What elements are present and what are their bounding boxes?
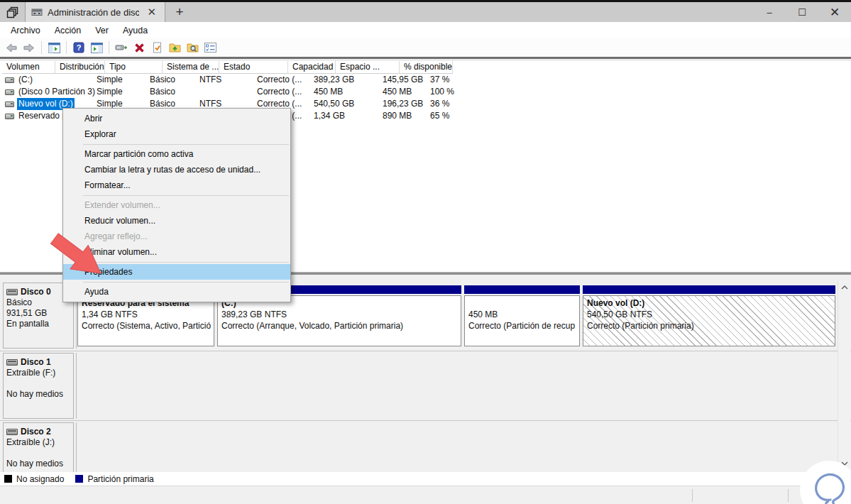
disk-size — [6, 378, 73, 389]
column-header[interactable]: % disponible — [400, 61, 453, 74]
new-tab-button[interactable]: + — [165, 2, 194, 22]
action-pane-icon[interactable] — [89, 40, 104, 55]
context-menu-item[interactable]: Abrir — [63, 111, 290, 126]
disk-row: Disco 1 Extraíble (F:) No hay medios — [0, 353, 851, 419]
status-cell: Correcto (... — [253, 86, 309, 98]
context-menu-item[interactable]: Ayuda — [63, 284, 290, 300]
volume-name-cell: (Disco 0 Partición 3) — [2, 86, 92, 98]
partition-body: Reservado para el sistema 1,34 GB NTFS C… — [77, 295, 214, 346]
partition-block[interactable]: 450 MB Correcto (Partición de recup — [464, 283, 580, 349]
percent-free-cell: 65 % — [426, 110, 490, 122]
disk-header[interactable]: Disco 1 Extraíble (F:) No hay medios — [3, 353, 74, 419]
partition-color-bar — [583, 285, 835, 294]
free-space-cell: 145,95 GB — [378, 74, 426, 86]
partition-block[interactable]: Nuevo vol (D:) 540,50 GB NTFS Correcto (… — [583, 283, 835, 349]
status-bar-divider — [788, 489, 789, 502]
status-bar-divider — [692, 489, 693, 502]
legend-bar: No asignado Partición primaria — [0, 472, 851, 486]
context-menu-item[interactable]: Explorar — [63, 126, 290, 142]
check-page-icon[interactable] — [150, 40, 164, 55]
partition-status: Correcto (Sistema, Activo, Partició — [82, 320, 210, 332]
column-header[interactable]: Sistema de ... — [163, 61, 219, 74]
help-icon[interactable]: ? — [72, 40, 86, 55]
folder-up-icon[interactable] — [168, 40, 182, 55]
rescan-disks-icon[interactable] — [114, 40, 128, 55]
context-menu-item[interactable]: Extender volumen... — [63, 197, 290, 213]
status-cell: Correcto (... — [253, 74, 309, 86]
context-menu-item[interactable] — [63, 142, 290, 146]
toolbar-separator — [109, 41, 109, 54]
toolbar-separator — [41, 41, 42, 54]
graphical-view: Disco 0 Básico 931,51 GB En pantalla R — [0, 275, 851, 472]
disk-name: Disco 0 — [21, 287, 51, 297]
capacity-cell: 389,23 GB — [309, 74, 378, 86]
tab-close-icon[interactable]: ✕ — [144, 6, 159, 18]
folder-search-icon[interactable] — [185, 40, 199, 55]
column-header[interactable]: Capacidad — [288, 61, 336, 74]
disk-size — [6, 448, 73, 459]
forward-icon[interactable] — [22, 40, 36, 55]
disk-type: Extraíble (J:) — [6, 437, 73, 448]
disk-row: Disco 2 Extraíble (J:) No hay medios — [0, 422, 851, 472]
percent-free-cell: 100 % — [426, 86, 490, 98]
volume-drive-icon — [5, 102, 14, 107]
disk-row-separator — [0, 351, 851, 351]
volume-row[interactable]: (Disco 0 Partición 3) Simple Básico Corr… — [2, 86, 851, 98]
menu-bar-item[interactable]: Archivo — [4, 23, 48, 38]
disk-header[interactable]: Disco 2 Extraíble (J:) No hay medios — [3, 422, 74, 472]
tab-groups-button[interactable] — [0, 2, 26, 22]
free-space-cell: 450 MB — [378, 86, 426, 98]
volume-drive-icon — [5, 89, 14, 95]
context-menu-item[interactable]: Marcar partición como activa — [63, 146, 290, 162]
context-menu-item[interactable]: Agregar reflejo... — [63, 229, 290, 244]
context-menu-item[interactable]: Reducir volumen... — [63, 213, 290, 229]
window-controls: – ☐ ✕ — [753, 2, 851, 22]
column-header[interactable]: Estado — [219, 61, 288, 74]
context-menu-item[interactable]: Formatear... — [63, 177, 290, 193]
type-cell: Básico — [146, 86, 195, 98]
disk-status: En pantalla — [6, 319, 73, 329]
console-tree-icon[interactable] — [47, 40, 61, 55]
minimize-button[interactable]: – — [753, 2, 786, 22]
filesystem-cell: NTFS — [195, 74, 253, 86]
column-header[interactable]: Tipo — [105, 61, 163, 74]
disk-status: No hay medios — [6, 459, 73, 469]
context-menu-item[interactable]: Cambiar la letra y rutas de acceso de un… — [63, 162, 290, 177]
column-header[interactable]: Espacio ... — [336, 61, 400, 74]
disk-management-window: Administración de disc ✕ + – ☐ ✕ Archivo… — [0, 0, 851, 504]
column-header[interactable]: Volumen — [2, 61, 55, 74]
context-menu-item[interactable] — [63, 193, 290, 197]
column-header[interactable]: Distribución — [55, 61, 105, 74]
partition-status: Correcto (Arranque, Volcado, Partición p… — [221, 320, 457, 332]
toolbar-separator — [66, 41, 67, 54]
svg-text:?: ? — [77, 43, 82, 52]
disk-row-separator — [0, 420, 851, 421]
maximize-button[interactable]: ☐ — [786, 2, 818, 22]
toolbar: ? — [0, 38, 851, 57]
partition-title: Nuevo vol (D:) — [587, 297, 831, 309]
delete-icon[interactable] — [132, 40, 146, 55]
stacked-windows-icon — [6, 6, 18, 18]
volume-drive-icon — [5, 77, 14, 83]
partition-area — [76, 422, 836, 472]
tab-disk-management[interactable]: Administración de disc ✕ — [26, 2, 165, 22]
menu-bar-item[interactable]: Ver — [88, 23, 116, 38]
partition-title — [468, 297, 576, 309]
volume-list-header: Volumen Distribución Tipo Sistema de ...… — [2, 61, 851, 74]
type-cell: Básico — [146, 74, 195, 86]
partition-color-bar — [464, 285, 580, 294]
menu-bar: Archivo Acción Ver Ayuda — [0, 22, 851, 38]
scroll-up-icon[interactable] — [838, 282, 850, 293]
vertical-scrollbar[interactable] — [838, 280, 850, 471]
volume-row[interactable]: (C:) Simple Básico NTFS Correcto (... 38… — [2, 74, 851, 86]
percent-free-cell: 36 % — [426, 98, 490, 110]
menu-bar-item[interactable]: Ayuda — [116, 23, 155, 38]
tab-title: Administración de disc — [48, 7, 139, 18]
menu-bar-item[interactable]: Acción — [48, 23, 89, 38]
back-icon[interactable] — [4, 40, 18, 55]
properties-list-icon[interactable] — [203, 40, 217, 55]
legend-item: No asignado — [4, 474, 64, 484]
close-button[interactable]: ✕ — [818, 2, 851, 22]
free-space-cell: 890 MB — [378, 110, 426, 122]
layout-cell: Simple — [92, 74, 146, 86]
